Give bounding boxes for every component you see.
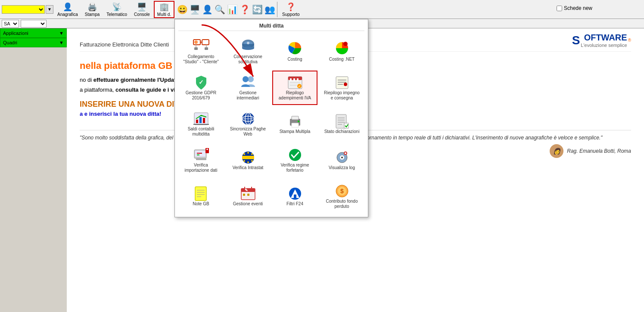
svg-rect-44 <box>292 116 299 120</box>
multi-ditta-icon: 🏢 <box>159 2 169 12</box>
toolbar-icon-7[interactable]: 🔄 <box>252 4 263 15</box>
stampa-multipla-label: Stampa Multipla <box>280 129 311 134</box>
contributo-fondo-label: Contributo fondoperduto <box>326 199 358 209</box>
grid-item-riepilogo-iva[interactable]: ✓ Riepilogoadempimenti IVA <box>272 71 317 105</box>
verifica-regime-icon <box>286 147 304 163</box>
grid-item-conservazione[interactable]: Conservazionesostitutiva <box>225 34 271 69</box>
svg-rect-76 <box>195 187 206 201</box>
svg-rect-35 <box>199 117 202 123</box>
svg-rect-86 <box>247 194 249 196</box>
verifica-regime-label: Verifica regimeforfetario <box>280 163 309 173</box>
gestione-eventi-icon: ✎ <box>240 186 257 201</box>
gdpr-icon: ✓ <box>193 75 210 90</box>
separator-1 <box>277 2 277 17</box>
svg-text:✓: ✓ <box>298 85 301 88</box>
grid-item-sincronizza[interactable]: Sincronizza PagheWeb <box>225 107 271 141</box>
verifica-importazione-icon <box>193 147 210 163</box>
grid-item-contributo-fondo[interactable]: $ Contributo fondoperduto <box>319 179 364 213</box>
supporto-button[interactable]: ❓ Supporto <box>279 1 303 18</box>
logo-text: OFTWARE <box>581 33 627 43</box>
nav-fatturazione[interactable]: Fatturazione Elettronica Ditte Clienti <box>80 41 169 48</box>
grid-item-saldi[interactable]: Saldi contabilimultiditta <box>178 107 224 141</box>
grid-item-riepilogo-impegno[interactable]: Riepilogo impegnoe consegna <box>319 71 364 105</box>
conservazione-label: Conservazionesostitutiva <box>233 54 262 65</box>
svg-point-65 <box>252 157 254 158</box>
sa-select[interactable]: SA <box>2 20 19 28</box>
svg-point-18 <box>248 76 254 82</box>
intermediari-icon <box>240 75 257 90</box>
grid-item-collegamento[interactable]: Collegamento"Studio" - "Cliente" <box>178 34 224 69</box>
toolbar-icon-4[interactable]: 🔍 <box>215 4 225 15</box>
multi-panel-grid: Collegamento"Studio" - "Cliente" Conserv… <box>178 34 364 213</box>
dropdown-arrow[interactable]: ▼ <box>46 5 53 14</box>
saldi-label: Saldi contabilimultiditta <box>188 127 215 137</box>
svg-rect-85 <box>243 194 245 196</box>
costing-net-icon <box>333 41 351 57</box>
grid-item-costing[interactable]: Costing <box>272 34 317 69</box>
svg-point-63 <box>247 152 249 154</box>
svg-rect-28 <box>336 77 348 89</box>
main-dropdown[interactable]: ▼ <box>2 5 53 14</box>
grid-item-stato-dichiarazioni[interactable]: Stato dichiarazioni <box>319 107 364 141</box>
filtri-f24-icon <box>286 186 304 201</box>
guide-prefix: a piattaforma, <box>80 86 115 93</box>
gestione-eventi-label: Gestione eventi <box>233 201 263 207</box>
grid-item-gdpr[interactable]: ✓ Gestione GDPR2016/679 <box>178 71 224 105</box>
grid-item-costing-net[interactable]: Costing .NET <box>319 34 364 69</box>
logo-subtitle: L'evoluzione semplice <box>581 43 627 48</box>
main-select[interactable] <box>2 5 45 14</box>
grid-item-note-gb[interactable]: Note GB <box>178 179 224 213</box>
grid-item-gestione-eventi[interactable]: ✎ Gestione eventi <box>225 179 271 213</box>
svg-rect-54 <box>196 158 206 160</box>
supporto-label: Supporto <box>282 12 300 17</box>
riepilogo-iva-label: Riepilogoadempimenti IVA <box>279 90 311 101</box>
svg-point-15 <box>343 42 348 46</box>
applicazioni-label: Applicazioni <box>3 31 28 36</box>
multi-ditta-button[interactable]: 🏢 Multi d. <box>154 1 174 18</box>
toolbar-icon-8[interactable]: 👥 <box>264 4 275 15</box>
sincronizza-label: Sincronizza PagheWeb <box>230 127 266 137</box>
toolbar-icon-3[interactable]: 👤 <box>202 4 213 15</box>
grid-item-verifica-importazione[interactable]: Verificaimportazione dati <box>178 143 224 177</box>
second-select[interactable] <box>21 20 47 28</box>
svg-text:✓: ✓ <box>199 79 204 86</box>
svg-rect-45 <box>292 123 299 127</box>
avatar: 👩 <box>550 144 563 158</box>
stampa-multipla-icon <box>286 114 304 129</box>
multi-ditta-label: Multi d. <box>157 12 171 17</box>
toolbar-icon-6[interactable]: ❓ <box>240 4 250 15</box>
applicazioni-button[interactable]: Applicazioni ▼ <box>0 28 67 38</box>
conservazione-icon <box>240 39 257 54</box>
verifica-intrastat-icon <box>240 150 257 165</box>
svg-point-66 <box>251 160 253 162</box>
svg-rect-6 <box>205 47 208 50</box>
anagrafica-button[interactable]: 👤 Anagrafica <box>54 1 81 18</box>
svg-point-7 <box>194 40 198 44</box>
grid-item-visualizza-log[interactable]: Visualizza log <box>319 143 364 177</box>
svg-point-68 <box>243 160 245 162</box>
quadri-button[interactable]: Quadri ▼ <box>0 38 67 47</box>
svg-point-11 <box>242 46 254 50</box>
toolbar-icon-2[interactable]: 🖥️ <box>190 4 200 15</box>
svg-point-73 <box>341 157 343 158</box>
stampa-button[interactable]: 🖨️ Stampa <box>82 1 103 18</box>
svg-rect-2 <box>202 40 209 45</box>
grid-item-filtri-f24[interactable]: Filtri F24 <box>272 179 317 213</box>
grid-item-intermediari[interactable]: Gestioneintermediari <box>225 71 271 105</box>
svg-rect-61 <box>242 156 254 159</box>
schede-new-checkbox[interactable] <box>557 6 562 11</box>
telematico-button[interactable]: 📡 Telematico <box>103 1 130 18</box>
stato-dichiarazioni-icon <box>333 114 351 129</box>
svg-point-62 <box>243 153 245 155</box>
grid-item-stampa-multipla[interactable]: Stampa Multipla <box>272 107 317 141</box>
toolbar-icon-5[interactable]: 📊 <box>227 4 238 15</box>
console-button[interactable]: 🖥️ Console <box>131 1 153 18</box>
collegamento-label: Collegamento"Studio" - "Cliente" <box>183 54 219 65</box>
toolbar-icon-1[interactable]: 😀 <box>177 4 188 15</box>
console-icon: 🖥️ <box>137 2 146 12</box>
svg-point-75 <box>345 152 346 154</box>
grid-item-verifica-regime[interactable]: Verifica regimeforfetario <box>272 143 317 177</box>
svg-point-70 <box>289 149 301 161</box>
grid-item-verifica-intrastat[interactable]: Verifica Intrastat <box>225 143 271 177</box>
visualizza-log-icon <box>333 150 351 165</box>
